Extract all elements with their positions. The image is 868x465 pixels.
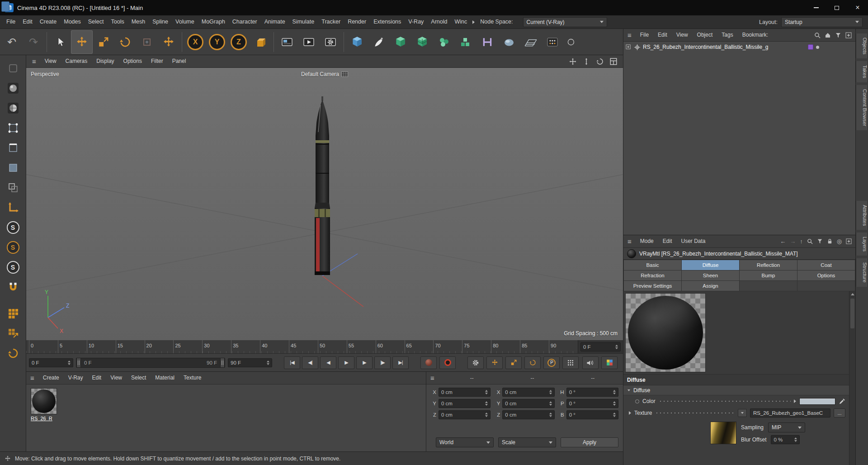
autokey-button[interactable] xyxy=(439,356,456,369)
capture-menu[interactable] xyxy=(542,30,563,54)
subdivision-surface-menu[interactable] xyxy=(390,30,411,54)
timeline-tick[interactable]: 40 xyxy=(260,340,289,353)
tab-assign[interactable]: Assign xyxy=(682,281,739,291)
panel-tab[interactable]: Structure xyxy=(856,258,868,287)
enable-snap-button[interactable]: S xyxy=(3,238,23,256)
panel-tab[interactable]: Content Browser xyxy=(856,85,868,130)
viewport-3d[interactable]: Perspective Default Camera Grid Spacing … xyxy=(26,68,623,340)
spinner[interactable] xyxy=(613,345,618,349)
primitive-menu[interactable] xyxy=(346,30,368,54)
coord-field[interactable]: 0 cm xyxy=(439,399,491,408)
current-frame-marker[interactable] xyxy=(1,1,9,12)
coord-field[interactable]: 0 cm xyxy=(502,388,554,397)
add-icon[interactable] xyxy=(846,238,852,244)
texture-value-button[interactable]: RS_26_Rubezh_geo1_BaseC xyxy=(750,408,830,418)
timeline-tick[interactable]: 25 xyxy=(173,340,202,353)
menu-item[interactable]: Render xyxy=(344,15,370,28)
transport-button[interactable]: ▶ xyxy=(338,356,354,369)
render-settings-button[interactable] xyxy=(320,30,341,54)
home-icon[interactable] xyxy=(825,32,831,38)
object-menu-item[interactable]: Tags xyxy=(717,29,737,41)
menu-item[interactable]: Arnold xyxy=(427,15,451,28)
frame-start-field[interactable]: 0 F xyxy=(29,358,73,367)
pan-view-icon[interactable] xyxy=(569,57,577,66)
material-menu-item[interactable]: V-Ray xyxy=(64,372,88,384)
timeline-tick[interactable]: 80 xyxy=(491,340,520,353)
key-rotation-button[interactable] xyxy=(524,356,541,369)
spinner[interactable] xyxy=(483,390,488,394)
redo-button[interactable]: ↷ xyxy=(23,30,44,54)
rotate-tool[interactable] xyxy=(114,30,136,54)
coord-field[interactable]: 0 ° xyxy=(566,410,618,419)
material-tile[interactable]: RS_26_R xyxy=(31,388,61,421)
object-menu-item[interactable]: Bookmark: xyxy=(738,29,773,41)
coordinates-column-header[interactable]: -- xyxy=(562,375,623,381)
menu-item[interactable]: Mesh xyxy=(128,15,149,28)
minimize-button[interactable] xyxy=(806,0,826,15)
rotate-snap-button[interactable] xyxy=(3,344,23,362)
sound-button[interactable] xyxy=(582,356,599,369)
menu-overflow-icon[interactable] xyxy=(472,20,475,24)
coord-field[interactable]: 0 cm xyxy=(502,399,554,408)
timeline-tick[interactable]: 20 xyxy=(145,340,174,353)
menu-item[interactable]: File xyxy=(3,15,19,28)
timeline-tick[interactable]: 85 xyxy=(520,340,549,353)
snap-modes-button[interactable]: S xyxy=(3,258,23,276)
coord-field[interactable]: 0 cm xyxy=(439,410,491,419)
attribute-menu-item[interactable]: Edit xyxy=(658,235,677,247)
timeline-tick[interactable]: 30 xyxy=(202,340,231,353)
magnet-tool-button[interactable] xyxy=(3,278,23,296)
render-preview-button[interactable] xyxy=(601,356,618,369)
menu-item[interactable]: Spline xyxy=(149,15,172,28)
attribute-scrollbar[interactable] xyxy=(849,291,855,465)
spinner[interactable] xyxy=(611,413,616,417)
timeline-tick[interactable]: 45 xyxy=(289,340,318,353)
eyedropper-icon[interactable] xyxy=(839,398,845,405)
blur-offset-field[interactable]: 0 % xyxy=(771,435,800,444)
coord-field[interactable]: 0 cm xyxy=(502,410,554,419)
spinner[interactable] xyxy=(611,401,616,406)
scale-tool[interactable] xyxy=(93,30,114,54)
layer-color-chip[interactable] xyxy=(808,44,813,50)
coordinates-column-header[interactable]: -- xyxy=(502,375,563,381)
axis-lock-button[interactable]: Y xyxy=(206,30,228,54)
menu-item[interactable]: Animate xyxy=(261,15,289,28)
menu-item[interactable]: Modes xyxy=(60,15,85,28)
toggle-view-icon[interactable] xyxy=(609,57,618,66)
undo-button[interactable]: ↶ xyxy=(1,30,23,54)
timeline-tick[interactable]: 60 xyxy=(376,340,405,353)
scale-mode-select[interactable]: Scale xyxy=(498,437,556,447)
search-icon[interactable] xyxy=(807,238,813,244)
deformer-menu[interactable] xyxy=(498,30,520,54)
material-thumbnail[interactable] xyxy=(31,388,57,414)
history-back-icon[interactable]: ← xyxy=(780,238,786,244)
spinner[interactable] xyxy=(66,361,71,365)
dolly-view-icon[interactable] xyxy=(582,57,590,66)
tweak-mode-button[interactable] xyxy=(3,59,23,77)
panel-menu-icon[interactable]: ≡ xyxy=(426,374,442,382)
parent-up-icon[interactable]: ↑ xyxy=(800,238,803,244)
viewport-menu-item[interactable]: Filter xyxy=(146,55,168,67)
spinner[interactable] xyxy=(547,401,552,406)
current-frame-field[interactable]: 0 F xyxy=(580,342,621,351)
material-menu-item[interactable]: Texture xyxy=(179,372,206,384)
material-name[interactable]: RS_26_R xyxy=(31,416,61,421)
panel-tab[interactable]: Objects xyxy=(856,33,868,58)
menu-item[interactable]: Simulate xyxy=(289,15,318,28)
axis-lock-button[interactable]: Z xyxy=(228,30,250,54)
coord-field[interactable]: 0 ° xyxy=(566,388,618,397)
expander-icon[interactable] xyxy=(629,411,631,415)
menu-item[interactable]: Tracker xyxy=(318,15,344,28)
range-start-handle[interactable] xyxy=(76,358,81,367)
timeline-tick[interactable]: 10 xyxy=(87,340,116,353)
axis-lock-button[interactable]: X xyxy=(184,30,206,54)
partial-tool-icon[interactable] xyxy=(563,30,575,54)
panel-tab[interactable]: Attributes xyxy=(856,201,868,230)
array-menu[interactable] xyxy=(455,30,476,54)
menu-item[interactable]: Extensions xyxy=(370,15,405,28)
spinner[interactable] xyxy=(483,401,488,406)
apply-button[interactable]: Apply xyxy=(561,437,618,447)
snap-3d-button[interactable]: S xyxy=(3,218,23,237)
sampling-select[interactable]: MIP xyxy=(768,422,805,432)
panel-menu-icon[interactable]: ≡ xyxy=(28,57,40,65)
